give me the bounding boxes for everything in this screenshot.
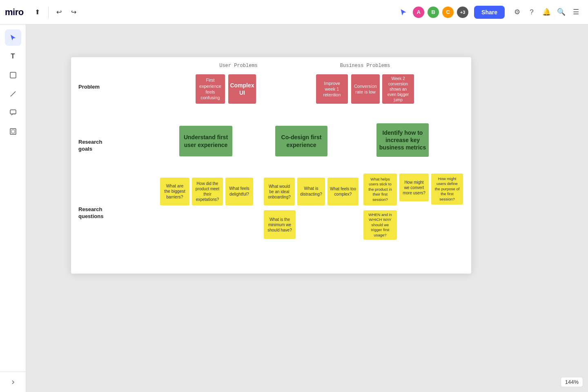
sticky-week2-conversion[interactable]: Week 2 conversion shows an even bigger j…: [382, 74, 414, 104]
avatar-2: B: [427, 6, 440, 19]
sticky-feels-complex[interactable]: What feels too complex?: [327, 178, 359, 205]
search-icon[interactable]: 🔍: [554, 5, 568, 20]
col-header-user-problems: User Problems: [185, 63, 292, 69]
collaborators-avatars: A B C +3: [412, 6, 469, 19]
help-icon[interactable]: ?: [524, 5, 539, 20]
comment-tool[interactable]: [5, 105, 21, 121]
sticky-understand-first[interactable]: Understand first user experience: [179, 126, 232, 156]
sticky-when-trigger[interactable]: WHEN and in WHICH WAY should we trigger …: [363, 210, 397, 240]
frame-tool[interactable]: [5, 123, 21, 140]
menu-icon[interactable]: ☰: [568, 5, 583, 20]
sticky-feels-delightful[interactable]: What feels delightful?: [225, 178, 253, 205]
upload-button[interactable]: ⬆: [30, 5, 45, 20]
sticky-users-define[interactable]: How might users define the purpose of th…: [431, 174, 463, 205]
whiteboard-board: User Problems Business Problems Problem …: [71, 57, 471, 274]
text-tool[interactable]: T: [5, 48, 21, 65]
select-tool[interactable]: [5, 29, 21, 46]
svg-rect-3: [10, 129, 16, 134]
left-sidebar: T •••: [0, 24, 26, 392]
row-label-research-goals: Researchgoals: [78, 139, 102, 153]
svg-line-1: [11, 91, 16, 96]
redo-button[interactable]: ↪: [67, 5, 81, 20]
svg-rect-4: [11, 130, 15, 133]
toolbar-divider-1: [48, 7, 49, 18]
sticky-users-stick[interactable]: What helps users stick to the product in…: [363, 174, 397, 205]
row-label-problem: Problem: [78, 84, 100, 90]
sticky-complex-ui[interactable]: Complex UI: [228, 74, 256, 104]
sticky-first-experience[interactable]: First experience feels confusing: [196, 74, 225, 104]
sticky-improve-retention[interactable]: Improve week 1 retention: [316, 74, 348, 104]
svg-rect-2: [10, 110, 16, 114]
avatar-1: A: [412, 6, 425, 19]
avatar-extra: +3: [456, 6, 469, 19]
cursor-icon: [397, 6, 410, 18]
share-button[interactable]: Share: [474, 6, 505, 19]
avatar-3: C: [441, 6, 454, 19]
svg-rect-0: [10, 72, 16, 78]
sticky-ideal-onboarding[interactable]: What would be an ideal onboarding?: [264, 178, 295, 205]
panel-toggle[interactable]: [0, 372, 26, 392]
settings-icon[interactable]: ⚙: [510, 5, 524, 20]
note-tool[interactable]: [5, 67, 21, 83]
sticky-minimum-have[interactable]: What is the minimum we should have?: [264, 210, 296, 239]
zoom-level: 144%: [561, 377, 583, 387]
sticky-what-distracting[interactable]: What is distracting?: [297, 178, 325, 205]
sticky-biggest-barriers[interactable]: What are the biggest barriers?: [160, 178, 189, 205]
sticky-conversion-rate[interactable]: Conversion rate is low: [351, 74, 380, 104]
sticky-product-meet-expectations[interactable]: How did the product meet their expetatio…: [192, 178, 223, 205]
line-tool[interactable]: [5, 86, 21, 102]
sticky-identify-increase[interactable]: Identify how to increase key business me…: [376, 123, 429, 157]
sticky-codesign-first[interactable]: Co-design first experience: [275, 126, 327, 156]
undo-button[interactable]: ↩: [52, 5, 67, 20]
notifications-icon[interactable]: 🔔: [539, 5, 554, 20]
col-header-business-problems: Business Problems: [308, 63, 422, 69]
sticky-convert-more[interactable]: How might we convert more users?: [399, 174, 429, 201]
row-label-research-questions: Researchquestions: [78, 206, 103, 220]
canvas[interactable]: User Problems Business Problems Problem …: [26, 24, 588, 392]
miro-logo: miro: [5, 7, 24, 18]
